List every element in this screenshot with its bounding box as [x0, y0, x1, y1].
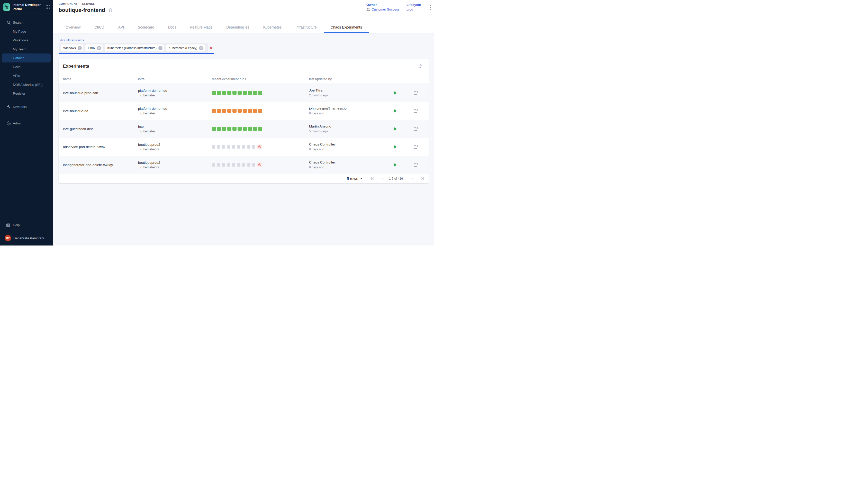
- run-square-success[interactable]: [237, 91, 242, 95]
- open-in-new-icon[interactable]: [413, 126, 418, 131]
- sidebar-item-my-page[interactable]: My Page: [2, 27, 51, 36]
- run-square-failed[interactable]: [258, 109, 262, 113]
- star-icon[interactable]: [108, 8, 113, 12]
- run-experiment-play-icon[interactable]: [394, 163, 397, 167]
- entity-header: COMPONENT — SERVICE boutique-frontend Ow…: [53, 0, 434, 33]
- filter-chip-kubernetes-harness-infrastructure[interactable]: Kubernetes (Harness Infrastructure)✕: [105, 45, 164, 51]
- tab-label: API: [118, 25, 124, 29]
- run-square-failed[interactable]: [237, 109, 242, 113]
- open-in-new-icon[interactable]: [413, 109, 418, 113]
- run-square-pending: [232, 145, 235, 149]
- experiment-name: e2e-boutique-qa: [63, 109, 138, 113]
- sidebar-item-apis[interactable]: APIs: [2, 71, 51, 80]
- tab-dependencies[interactable]: Dependencies: [219, 22, 256, 33]
- tab-kubernetes[interactable]: Kubernetes: [256, 22, 289, 33]
- tab-ci-cd[interactable]: CI/CD: [87, 22, 111, 33]
- next-page-icon[interactable]: [409, 175, 415, 182]
- run-square-success[interactable]: [212, 91, 216, 95]
- last-updated-by: Joe Titra2 months ago: [309, 88, 391, 97]
- run-square-failed[interactable]: [253, 109, 257, 113]
- sidebar-item-admin[interactable]: Admin: [2, 119, 51, 128]
- infra-name: hce: [138, 125, 212, 128]
- close-circle-icon[interactable]: ✕: [199, 46, 203, 50]
- run-square-success[interactable]: [217, 91, 221, 95]
- run-square-success[interactable]: [258, 127, 262, 131]
- run-square-failed[interactable]: [217, 109, 221, 113]
- tab-overview[interactable]: Overview: [59, 22, 87, 33]
- sidebar-item-devtools[interactable]: DevTools: [2, 102, 51, 111]
- first-page-icon[interactable]: [370, 175, 376, 182]
- run-square-pending: [247, 145, 251, 149]
- run-experiment-play-icon[interactable]: [394, 127, 397, 131]
- close-circle-icon[interactable]: ✕: [97, 46, 101, 50]
- tab-chaos-experiments[interactable]: Chaos Experiments: [324, 22, 369, 33]
- sidebar-item-workflows[interactable]: Workflows: [2, 36, 51, 45]
- run-square-success[interactable]: [243, 127, 247, 131]
- tab-feature-flags[interactable]: Feature Flags: [183, 22, 219, 33]
- filter-chip-windows[interactable]: Windows✕: [61, 45, 83, 51]
- column-recent-runs: recent experiment runs: [212, 77, 309, 81]
- run-square-failed[interactable]: [227, 109, 231, 113]
- sidebar-item-register[interactable]: Register: [2, 89, 51, 98]
- infra-type-label: Kubernetes: [140, 112, 155, 115]
- tab-infrastructure[interactable]: Infrastructure: [288, 22, 323, 33]
- run-square-success[interactable]: [248, 91, 252, 95]
- run-square-success[interactable]: [237, 127, 242, 131]
- tab-docs[interactable]: Docs: [161, 22, 183, 33]
- filter-chip-kubernetes-legacy[interactable]: Kubernetes (Legacy)✕: [166, 45, 205, 51]
- run-square-pending: [242, 163, 245, 167]
- sidebar-item-help[interactable]: ? Help: [2, 221, 51, 230]
- sidebar-item-dora-metrics-sei[interactable]: DORA Metrics (SEI): [2, 80, 51, 89]
- rows-per-page-select[interactable]: 5 rows: [347, 176, 362, 181]
- updated-by-name: Joe Titra: [309, 88, 391, 92]
- run-square-success[interactable]: [227, 91, 231, 95]
- run-experiment-play-icon[interactable]: [394, 91, 397, 95]
- open-in-new-icon[interactable]: [413, 163, 418, 167]
- table-body: e2e-boutique-prod-cartplatform-demo-hceK…: [59, 84, 429, 174]
- run-square-success[interactable]: [227, 127, 231, 131]
- sidebar-item-my-team[interactable]: My Team: [2, 45, 51, 54]
- clear-x-icon[interactable]: ✕: [208, 43, 214, 53]
- filter-input[interactable]: Windows✕Linux✕Kubernetes (Harness Infras…: [59, 43, 208, 53]
- user-menu[interactable]: DP Debabrata Panigrahi: [2, 234, 51, 242]
- run-square-success[interactable]: [217, 127, 221, 131]
- infra-name: boutiqueprod2: [138, 161, 212, 165]
- close-circle-icon[interactable]: ✕: [158, 46, 163, 50]
- sidebar-item-docs[interactable]: Docs: [2, 62, 51, 71]
- last-page-icon[interactable]: [419, 175, 426, 182]
- run-square-failed[interactable]: [232, 109, 236, 113]
- tab-content: Filter Infrastructures Windows✕Linux✕Kub…: [53, 33, 434, 246]
- tab-api[interactable]: API: [111, 22, 131, 33]
- prev-page-icon[interactable]: [379, 175, 386, 182]
- run-square-success[interactable]: [212, 127, 216, 131]
- run-square-success[interactable]: [222, 91, 226, 95]
- sidebar-nav: SearchMy PageWorkflowsMy TeamCatalogDocs…: [0, 18, 53, 111]
- sidebar-item-catalog[interactable]: Catalog: [2, 54, 51, 62]
- close-circle-icon[interactable]: ✕: [78, 46, 82, 50]
- run-square-success[interactable]: [248, 127, 252, 131]
- tab-scorecard[interactable]: Scorecard: [131, 22, 161, 33]
- run-square-success[interactable]: [232, 127, 236, 131]
- app-switcher-icon[interactable]: [46, 5, 50, 9]
- run-experiment-play-icon[interactable]: [394, 145, 397, 149]
- open-in-new-icon[interactable]: [413, 144, 418, 149]
- run-square-failed[interactable]: [248, 109, 252, 113]
- run-square-success[interactable]: [253, 127, 257, 131]
- run-square-success[interactable]: [258, 91, 262, 95]
- experiment-infra: boutiqueprod2KubernetesV2: [138, 143, 212, 151]
- run-square-failed[interactable]: [212, 109, 216, 113]
- run-square-pending: [237, 145, 240, 149]
- run-square-success[interactable]: [253, 91, 257, 95]
- kebab-menu-icon[interactable]: [429, 4, 432, 11]
- open-in-new-icon[interactable]: [413, 90, 418, 95]
- run-experiment-play-icon[interactable]: [394, 109, 397, 113]
- refresh-icon[interactable]: [418, 64, 423, 69]
- run-square-success[interactable]: [222, 127, 226, 131]
- owner-link[interactable]: Customer Success: [366, 7, 400, 11]
- run-square-success[interactable]: [232, 91, 236, 95]
- run-square-success[interactable]: [243, 91, 247, 95]
- sidebar-item-search[interactable]: Search: [2, 18, 51, 27]
- run-square-failed[interactable]: [222, 109, 226, 113]
- run-square-failed[interactable]: [243, 109, 247, 113]
- filter-chip-linux[interactable]: Linux✕: [85, 45, 103, 51]
